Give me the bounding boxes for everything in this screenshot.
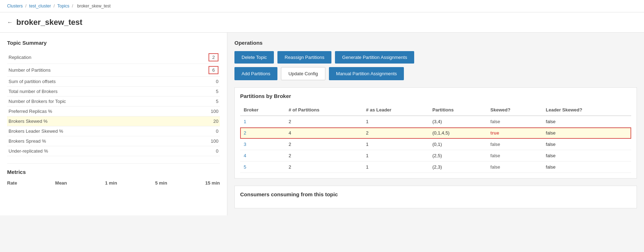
partitions-by-broker-section: Partitions by Broker Broker # of Partiti…	[234, 87, 637, 179]
summary-row: Number of Brokers for Topic5	[7, 97, 220, 106]
table-row: 242(0,1,4,5)truefalse	[240, 127, 631, 139]
summary-label: Brokers Spread %	[7, 136, 183, 146]
operations-section: Operations Delete Topic Reassign Partiti…	[234, 40, 637, 80]
skewed-value: false	[487, 139, 542, 150]
summary-value: 0	[183, 146, 220, 156]
operations-buttons-row1: Delete Topic Reassign Partitions Generat…	[234, 51, 637, 64]
breadcrumb-cluster[interactable]: test_cluster	[29, 4, 51, 9]
operations-buttons-row2: Add Partitions Update Config Manual Part…	[234, 67, 637, 80]
summary-row: Brokers Leader Skewed %0	[7, 126, 220, 136]
summary-label: Under-replicated %	[7, 146, 183, 156]
broker-id[interactable]: 3	[240, 139, 285, 150]
summary-value: 20	[183, 116, 220, 126]
metrics-mean-header: Mean	[55, 180, 67, 186]
metrics-rate-header: Rate	[7, 180, 17, 186]
consumers-title: Consumers consuming from this topic	[240, 191, 631, 197]
skewed-value: false	[487, 161, 542, 173]
summary-label: Number of Brokers for Topic	[7, 97, 183, 106]
partitions-list: (0,1)	[429, 139, 487, 150]
summary-row: Preferred Replicas %100	[7, 106, 220, 116]
partitions-list: (0,1,4,5)	[429, 127, 487, 139]
as-leader: 1	[362, 161, 429, 173]
summary-value: 6	[183, 64, 220, 77]
summary-row: Sum of partition offsets0	[7, 77, 220, 87]
metrics-5min-header: 5 min	[155, 180, 167, 186]
delete-topic-button[interactable]: Delete Topic	[234, 51, 274, 64]
breadcrumb: Clusters / test_cluster / Topics / broke…	[0, 0, 644, 12]
summary-value: 0	[183, 126, 220, 136]
as-leader: 1	[362, 116, 429, 127]
summary-row: Total number of Brokers5	[7, 87, 220, 97]
col-num-partitions: # of Partitions	[285, 104, 362, 116]
metrics-1min-header: 1 min	[105, 180, 117, 186]
summary-row: Brokers Spread %100	[7, 136, 220, 146]
leader-skewed-value: false	[542, 139, 631, 150]
metrics-15min-header: 15 min	[205, 180, 220, 186]
broker-id[interactable]: 4	[240, 150, 285, 161]
summary-label: Total number of Brokers	[7, 87, 183, 97]
manual-partition-assignments-button[interactable]: Manual Partition Assignments	[329, 67, 404, 80]
update-config-button[interactable]: Update Config	[281, 67, 325, 80]
skewed-value: false	[487, 116, 542, 127]
col-broker: Broker	[240, 104, 285, 116]
num-partitions: 2	[285, 161, 362, 173]
table-row: 321(0,1)falsefalse	[240, 139, 631, 150]
metrics-title: Metrics	[7, 169, 220, 175]
skewed-value: false	[487, 150, 542, 161]
partitions-list: (3,4)	[429, 116, 487, 127]
partitions-table: Broker # of Partitions # as Leader Parti…	[240, 104, 631, 173]
metrics-header: Rate Mean 1 min 5 min 15 min	[7, 180, 220, 186]
page-title: broker_skew_test	[16, 18, 82, 27]
summary-row: Replication2	[7, 51, 220, 64]
summary-value: 2	[183, 51, 220, 64]
summary-value: 100	[183, 106, 220, 116]
broker-id[interactable]: 1	[240, 116, 285, 127]
num-partitions: 2	[285, 150, 362, 161]
broker-id[interactable]: 5	[240, 161, 285, 173]
broker-id[interactable]: 2	[240, 127, 285, 139]
leader-skewed-value: false	[542, 161, 631, 173]
summary-label: Number of Partitions	[7, 64, 183, 77]
table-row: 121(3,4)falsefalse	[240, 116, 631, 127]
col-leader-skewed: Leader Skewed?	[542, 104, 631, 116]
summary-value: 0	[183, 77, 220, 87]
summary-value: 100	[183, 136, 220, 146]
add-partitions-button[interactable]: Add Partitions	[234, 67, 277, 80]
summary-row: Under-replicated %0	[7, 146, 220, 156]
reassign-partitions-button[interactable]: Reassign Partitions	[277, 51, 331, 64]
page-header: ← broker_skew_test	[0, 12, 644, 33]
summary-label: Preferred Replicas %	[7, 106, 183, 116]
breadcrumb-topics[interactable]: Topics	[57, 4, 69, 9]
table-row: 421(2,5)falsefalse	[240, 150, 631, 161]
num-partitions: 4	[285, 127, 362, 139]
partitions-list: (2,5)	[429, 150, 487, 161]
topic-summary-title: Topic Summary	[7, 40, 220, 46]
summary-label: Replication	[7, 51, 183, 64]
as-leader: 2	[362, 127, 429, 139]
right-panel: Operations Delete Topic Reassign Partiti…	[227, 33, 644, 215]
operations-title: Operations	[234, 40, 637, 46]
summary-value: 5	[183, 87, 220, 97]
as-leader: 1	[362, 150, 429, 161]
breadcrumb-current: broker_skew_test	[77, 4, 110, 9]
summary-row: Number of Partitions6	[7, 64, 220, 77]
summary-label: Sum of partition offsets	[7, 77, 183, 87]
summary-label: Brokers Skewed %	[7, 116, 183, 126]
col-skewed: Skewed?	[487, 104, 542, 116]
breadcrumb-clusters[interactable]: Clusters	[7, 4, 23, 9]
partitions-by-broker-title: Partitions by Broker	[240, 93, 631, 99]
leader-skewed-value: false	[542, 150, 631, 161]
generate-partition-assignments-button[interactable]: Generate Partition Assignments	[335, 51, 414, 64]
skewed-value: true	[487, 127, 542, 139]
leader-skewed-value: false	[542, 116, 631, 127]
table-row: 521(2,3)falsefalse	[240, 161, 631, 173]
num-partitions: 2	[285, 139, 362, 150]
partitions-list: (2,3)	[429, 161, 487, 173]
as-leader: 1	[362, 139, 429, 150]
partitions-table-header-row: Broker # of Partitions # as Leader Parti…	[240, 104, 631, 116]
back-arrow-icon[interactable]: ←	[7, 19, 13, 26]
summary-label: Brokers Leader Skewed %	[7, 126, 183, 136]
left-panel: Topic Summary Replication2Number of Part…	[0, 33, 227, 215]
main-content: Topic Summary Replication2Number of Part…	[0, 33, 644, 215]
topic-summary-table: Replication2Number of Partitions6Sum of …	[7, 51, 220, 156]
